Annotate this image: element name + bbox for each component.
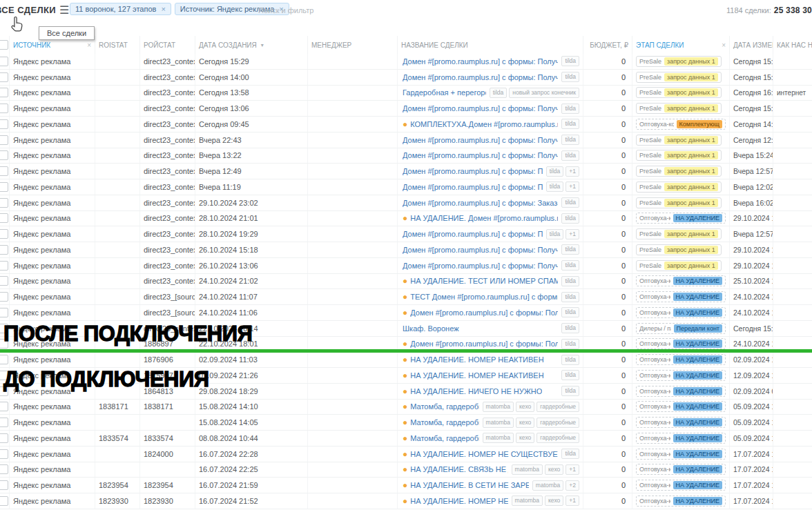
column-header-stage[interactable]: ЭТАП СДЕЛКИ×	[632, 36, 730, 54]
deal-link[interactable]: НА УДАЛЕНИЕ. НИЧЕГО НЕ НУЖНО	[410, 387, 542, 395]
row-checkbox[interactable]	[0, 135, 8, 145]
stage-selector[interactable]: Оптовуха-комп...НА УДАЛЕНИЕ	[636, 449, 726, 460]
stage-selector[interactable]: PreSaleзапрос данных 1	[636, 72, 722, 83]
row-checkbox[interactable]	[0, 308, 8, 317]
row-checkbox[interactable]	[0, 166, 8, 176]
deal-link[interactable]: КОМПЛЕКТУХА.Домен #[promo.raumplus.ru] с…	[410, 120, 558, 128]
stage-selector[interactable]: PreSaleзапрос данных 1	[636, 166, 722, 177]
deal-link[interactable]: Домен #[promo.raumplus.ru] с формы: Полу…	[403, 104, 558, 112]
column-header-modified[interactable]: ДАТА ИЗМЕНЕНИ	[730, 36, 773, 54]
stage-selector[interactable]: Оптовуха-комп...НА УДАЛЕНИЕ	[636, 338, 726, 349]
deal-link[interactable]: Матомба, гардеробные, рум	[410, 434, 478, 442]
row-checkbox[interactable]	[0, 496, 8, 506]
deal-link[interactable]: Домен #[promo.raumplus.ru] с формы: Полу…	[403, 167, 543, 175]
deal-link[interactable]: Домен #[promo.raumplus.ru] с формы: Полу…	[403, 136, 558, 144]
hamburger-menu-icon[interactable]: ☰	[59, 3, 69, 17]
row-checkbox[interactable]	[0, 464, 8, 474]
stage-selector[interactable]: PreSaleзапрос данных 1	[636, 87, 722, 98]
row-checkbox[interactable]	[0, 150, 8, 160]
row-checkbox[interactable]	[0, 292, 8, 302]
row-checkbox[interactable]	[0, 57, 8, 66]
stage-selector[interactable]: Оптовуха-комп...НА УДАЛЕНИЕ	[636, 417, 726, 428]
row-checkbox[interactable]	[0, 88, 8, 97]
stage-selector[interactable]: Оптовуха-комп...НА УДАЛЕНИЕ	[636, 307, 726, 318]
stage-selector[interactable]: Оптовуха-комп...НА УДАЛЕНИЕ	[636, 480, 726, 491]
column-header-how-found[interactable]: КАК НАС НА	[773, 36, 812, 54]
deal-link[interactable]: Домен #[promo.raumplus.ru] с формы: Полу…	[403, 183, 543, 191]
search-input[interactable]: Поиск и фильтр	[258, 6, 313, 14]
stage-selector[interactable]: PreSaleзапрос данных 1	[636, 228, 722, 239]
stage-selector[interactable]: Оптовуха-комп...НА УДАЛЕНИЕ	[636, 496, 726, 507]
row-checkbox[interactable]	[0, 245, 8, 255]
stage-selector[interactable]: PreSaleзапрос данных 1	[636, 182, 722, 193]
deal-link[interactable]: Шкаф. Воронеж	[403, 324, 459, 333]
stage-selector[interactable]: PreSaleзапрос данных 1	[636, 56, 722, 67]
deal-link[interactable]: Домен #[promo.raumplus.ru] с формы: Полу…	[403, 246, 558, 254]
stage-selector[interactable]: Оптовуха-комп...НА УДАЛЕНИЕ	[636, 354, 726, 365]
filter-chip-funnels[interactable]: 11 воронок, 127 этапов ×	[70, 3, 171, 15]
close-icon[interactable]: ×	[161, 5, 165, 13]
column-header-deal-name[interactable]: НАЗВАНИЕ СДЕЛКИ	[398, 36, 583, 54]
stage-selector[interactable]: Оптовуха-комп...НА УДАЛЕНИЕ	[636, 433, 726, 444]
deal-link[interactable]: Домен #[promo.raumplus.ru] с формы: Полу…	[403, 73, 558, 81]
deal-link[interactable]: Домен #[promo.raumplus.ru] с формы: Полу…	[410, 308, 558, 317]
deal-link[interactable]: Домен #[promo.raumplus.ru] с формы: Полу…	[403, 262, 558, 270]
row-checkbox[interactable]	[0, 402, 8, 411]
row-checkbox[interactable]	[0, 229, 8, 239]
deal-link[interactable]: НА УДАЛЕНИЕ. СВЯЗЬ НЕ ДОСТУПНА	[410, 465, 508, 473]
column-header-manager[interactable]: МЕНЕДЖЕР	[308, 36, 398, 54]
stage-selector[interactable]: Оптовуха-комп...НА УДАЛЕНИЕ	[636, 464, 726, 475]
stage-selector[interactable]: PreSaleзапрос данных 1	[636, 260, 722, 271]
stage-selector[interactable]: Дилеры / партн...Передали конт	[636, 323, 726, 334]
row-checkbox[interactable]	[0, 213, 8, 223]
stage-selector[interactable]: Оптовуха-комп...НА УДАЛЕНИЕ	[636, 370, 726, 381]
row-checkbox[interactable]	[0, 433, 8, 443]
stage-selector[interactable]: PreSaleзапрос данных 1	[636, 244, 722, 255]
sort-caret-icon[interactable]: ▾	[261, 42, 264, 48]
deal-link[interactable]: Домен #[promo.raumplus.ru] с формы: Зака…	[403, 199, 558, 207]
stage-selector[interactable]: Оптовуха-комп...НА УДАЛЕНИЕ	[636, 213, 726, 224]
stage-selector[interactable]: PreSaleзапрос данных 1	[636, 135, 722, 146]
stage-selector[interactable]: PreSaleзапрос данных 1	[636, 150, 722, 161]
select-all-checkbox[interactable]	[0, 40, 8, 50]
row-checkbox[interactable]	[0, 119, 8, 129]
row-checkbox[interactable]	[0, 355, 8, 364]
deal-link[interactable]: НА УДАЛЕНИЕ. НОМЕР НЕАКТИВЕН	[410, 355, 543, 364]
stage-selector[interactable]: PreSaleзапрос данных 1	[636, 103, 722, 114]
deal-link[interactable]: НА УДАЛЕНИЕ. Домен #[promo.raumplus.ru] …	[410, 214, 558, 222]
row-checkbox[interactable]	[0, 276, 8, 286]
deal-link[interactable]: НА УДАЛЕНИЕ. В СЕТИ НЕ ЗАРЕГИСТРИРОВАН	[410, 481, 529, 489]
deal-link[interactable]: Матомба, гардеробные, рум	[410, 402, 478, 411]
stage-selector[interactable]: Оптовуха-комп...НА УДАЛЕНИЕ	[636, 386, 726, 397]
stage-selector[interactable]: Оптовуха-комп...НА УДАЛЕНИЕ	[636, 291, 726, 302]
deal-link[interactable]: НА УДАЛЕНИЕ. ТЕСТ ИЛИ НОМЕР СПАМДомен #[…	[410, 277, 558, 285]
column-header-budget[interactable]: БЮДЖЕТ, ₽	[583, 36, 632, 54]
stage-selector[interactable]: Оптовуха-комп...НА УДАЛЕНИЕ	[636, 275, 726, 286]
deal-link[interactable]: Домен #[promo.raumplus.ru] с формы: Полу…	[410, 340, 558, 348]
row-checkbox[interactable]	[0, 104, 8, 113]
row-checkbox[interactable]	[0, 418, 8, 427]
stage-selector[interactable]: Оптовуха-комп...Комплектующ	[636, 119, 726, 130]
close-icon[interactable]: ×	[722, 41, 726, 49]
stage-selector[interactable]: Оптовуха-комп...НА УДАЛЕНИЕ	[636, 401, 726, 412]
page-title[interactable]: ВСЕ СДЕЛКИ	[0, 5, 56, 15]
row-checkbox[interactable]	[0, 480, 8, 490]
stage-selector[interactable]: PreSaleзапрос данных 1	[636, 197, 722, 208]
deal-link[interactable]: Домен #[promo.raumplus.ru] с формы: Полу…	[403, 57, 558, 66]
deal-link[interactable]: Домен #[promo.raumplus.ru] с формы: Полу…	[403, 151, 558, 159]
deal-link[interactable]: Матомба, гардеробные, рум	[410, 418, 478, 426]
deal-link[interactable]: НА УДАЛЕНИЕ. НОМЕР НЕ ОБСЛУЖИВАЕТСЯ	[410, 497, 508, 505]
row-checkbox[interactable]	[0, 449, 8, 459]
deal-link[interactable]: ТЕСТ Домен #[promo.raumplus.ru] с формы:…	[410, 293, 558, 301]
close-icon[interactable]: ×	[87, 41, 91, 49]
column-header-roystat[interactable]: РОЙСТАТ	[140, 36, 195, 54]
deal-link[interactable]: Гардеробная + перегородка	[403, 88, 486, 97]
column-header-created[interactable]: ДАТА СОЗДАНИЯ▾	[195, 36, 308, 54]
deal-link[interactable]: НА УДАЛЕНИЕ. НОМЕР НЕ СУЩЕСТВУЕТ	[410, 450, 558, 458]
row-checkbox[interactable]	[0, 72, 8, 82]
row-checkbox[interactable]	[0, 261, 8, 271]
column-header-roistat[interactable]: ROISTAT	[95, 36, 140, 54]
row-checkbox[interactable]	[0, 182, 8, 192]
deal-link[interactable]: Домен #[promo.raumplus.ru] с формы: Полу…	[403, 230, 543, 238]
deal-link[interactable]: НА УДАЛЕНИЕ. НОМЕР НЕАКТИВЕН	[410, 371, 543, 380]
